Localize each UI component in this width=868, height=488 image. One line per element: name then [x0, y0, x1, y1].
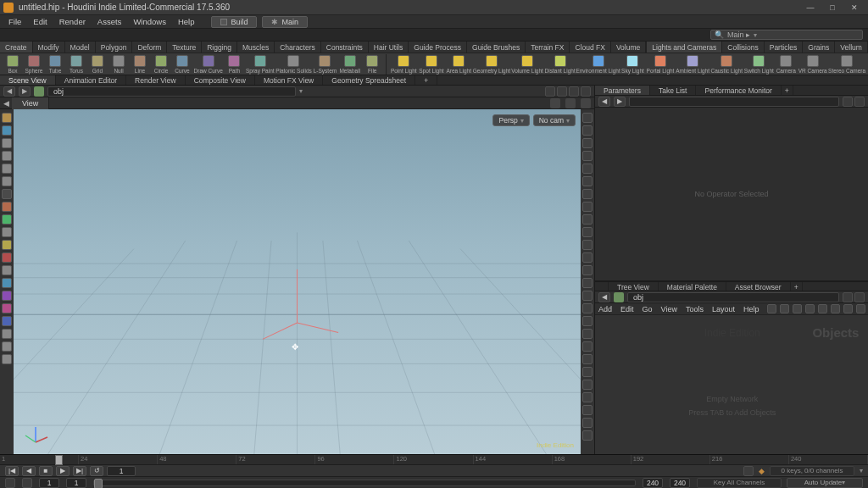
- net-tool-icon[interactable]: [805, 304, 815, 313]
- keyframe-icon[interactable]: ◆: [759, 467, 765, 475]
- shelf-tool[interactable]: Null: [109, 55, 128, 74]
- shelf-tab[interactable]: Polygon: [96, 42, 133, 53]
- viewport-tool-button[interactable]: [2, 291, 12, 301]
- tab-take-list[interactable]: Take List: [650, 86, 697, 95]
- viewport-display-button[interactable]: [582, 176, 593, 186]
- net-menu-edit[interactable]: Edit: [620, 305, 634, 313]
- net-menu-tools[interactable]: Tools: [686, 305, 704, 313]
- net-tool-icon[interactable]: [793, 304, 802, 313]
- range-end-field[interactable]: 240: [643, 478, 663, 488]
- shelf-tool[interactable]: Metaball: [339, 55, 360, 74]
- viewport-display-button[interactable]: [582, 113, 593, 123]
- shelf-tool[interactable]: Line: [131, 55, 149, 74]
- viewport-tool-button[interactable]: [2, 265, 12, 275]
- global-search[interactable]: 🔍 Main ▸ ▾: [710, 30, 863, 40]
- viewport-tool-button[interactable]: [2, 189, 12, 199]
- shelf-tab[interactable]: Modify: [33, 42, 65, 53]
- anim-options-icon[interactable]: [22, 478, 32, 488]
- network-editor[interactable]: Add Edit Go View Tools Layout Help: [595, 303, 868, 454]
- pane-tab[interactable]: Composite View: [186, 75, 255, 85]
- viewport-display-button[interactable]: [582, 430, 593, 441]
- menu-help[interactable]: Help: [173, 15, 200, 28]
- shelf-tool[interactable]: Draw Curve: [194, 55, 222, 74]
- tab-add-button[interactable]: +: [791, 282, 803, 291]
- snap3-icon[interactable]: [581, 98, 591, 108]
- stop-button[interactable]: ■: [39, 466, 53, 476]
- viewport-display-button[interactable]: [582, 405, 593, 415]
- first-frame-button[interactable]: |◀: [5, 466, 19, 476]
- shelf-tool[interactable]: L-System: [314, 55, 337, 74]
- shelf-tool[interactable]: Area Light: [447, 55, 471, 74]
- shelf-tool[interactable]: Environment Light: [577, 55, 619, 74]
- net-tool-icon[interactable]: [818, 304, 827, 313]
- viewport-tool-button[interactable]: [2, 252, 12, 263]
- net-tool-icon[interactable]: [767, 304, 776, 313]
- radial-main-button[interactable]: ✱ Main: [262, 16, 308, 28]
- chevron-down-icon[interactable]: ▾: [299, 87, 303, 95]
- current-frame-field[interactable]: 1: [107, 466, 136, 476]
- shelf-tool[interactable]: Volume Light: [512, 55, 542, 74]
- shelf-tab[interactable]: Terrain FX: [526, 42, 570, 53]
- viewport-display-button[interactable]: [582, 329, 593, 339]
- pane-tab-add[interactable]: +: [415, 75, 437, 85]
- shelf-tab[interactable]: Grains: [803, 42, 835, 53]
- last-frame-button[interactable]: ▶|: [73, 466, 86, 476]
- viewport-display-button[interactable]: [582, 227, 593, 237]
- menu-windows[interactable]: Windows: [128, 15, 171, 28]
- viewport-display-button[interactable]: [582, 265, 593, 275]
- timeline-ruler[interactable]: 124487296120144168192216240: [0, 454, 868, 464]
- shelf-tab[interactable]: Cloud FX: [570, 42, 610, 53]
- viewport-tool-button[interactable]: [2, 151, 12, 161]
- menu-render[interactable]: Render: [54, 15, 91, 28]
- shelf-tab[interactable]: Rigging: [202, 42, 237, 53]
- viewport-tool-button[interactable]: [2, 164, 12, 174]
- viewport-display-button[interactable]: [582, 164, 593, 174]
- shelf-tool[interactable]: Tube: [46, 55, 64, 74]
- shelf-tool[interactable]: File: [363, 55, 381, 74]
- shelf-tab[interactable]: Deform: [132, 42, 167, 53]
- net-tool-icon[interactable]: [831, 304, 840, 313]
- viewport-display-button[interactable]: [582, 291, 593, 301]
- path-fwd-button[interactable]: ▶: [19, 86, 31, 97]
- shelf-tool[interactable]: Camera: [776, 55, 796, 74]
- viewport-tool-button[interactable]: [2, 176, 12, 186]
- shelf-tool[interactable]: Circle: [152, 55, 170, 74]
- shelf-tool[interactable]: Ambient Light: [676, 55, 709, 74]
- tab-tree-view[interactable]: Tree View: [609, 282, 659, 291]
- shelf-tool[interactable]: Box: [3, 55, 22, 74]
- play-reverse-button[interactable]: ◀: [22, 466, 36, 476]
- viewport-display-button[interactable]: [582, 125, 593, 136]
- shelf-tool[interactable]: Caustic Light: [711, 55, 742, 74]
- tab-add-button[interactable]: +: [782, 86, 793, 95]
- viewport-tool-button[interactable]: [2, 341, 12, 352]
- menu-edit[interactable]: Edit: [28, 15, 52, 28]
- viewport-tool-button[interactable]: [2, 354, 12, 364]
- viewport-tool-button[interactable]: [2, 138, 12, 148]
- maximize-button[interactable]: □: [822, 2, 843, 14]
- shelf-tool[interactable]: Torus: [67, 55, 86, 74]
- menu-assets[interactable]: Assets: [92, 15, 127, 28]
- viewport-tool-button[interactable]: [2, 202, 12, 212]
- global-start-field[interactable]: 1: [39, 478, 59, 488]
- shelf-tab[interactable]: Constraints: [321, 42, 369, 53]
- param-fwd-button[interactable]: ▶: [614, 97, 626, 107]
- shelf-tool[interactable]: Path: [225, 55, 243, 74]
- shelf-tab[interactable]: Volume: [611, 42, 646, 53]
- camera-menu-button[interactable]: Persp▾: [492, 114, 529, 126]
- viewport-display-button[interactable]: [582, 240, 593, 250]
- shelf-tool[interactable]: Geometry Light: [474, 55, 509, 74]
- shelf-tab[interactable]: Guide Process: [409, 42, 467, 53]
- viewport-display-button[interactable]: [582, 278, 593, 288]
- net-tool-icon[interactable]: [856, 304, 865, 313]
- pane-tab[interactable]: Motion FX View: [255, 75, 323, 85]
- path-back-button[interactable]: ◀: [3, 86, 15, 97]
- net-tool-icon[interactable]: [843, 304, 853, 313]
- viewport-tool-button[interactable]: [2, 113, 12, 123]
- shelf-tab[interactable]: Collisions: [722, 42, 764, 53]
- pane-tab[interactable]: Scene View: [0, 75, 56, 85]
- pane-tab[interactable]: Geometry Spreadsheet: [323, 75, 415, 85]
- viewport-display-button[interactable]: [582, 138, 593, 148]
- viewport[interactable]: ✥ Persp▾ No cam▾ Indie Edi: [14, 109, 581, 454]
- net-menu-view[interactable]: View: [661, 305, 677, 313]
- viewport-display-button[interactable]: [582, 367, 593, 377]
